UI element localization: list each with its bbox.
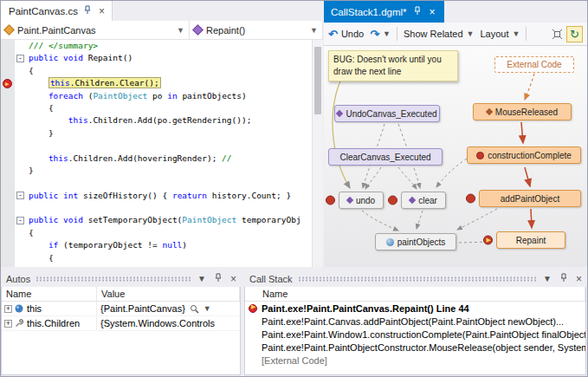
close-icon[interactable]: × (574, 274, 584, 284)
layout-dropdown[interactable]: Layout ▼ (480, 29, 520, 39)
graph-node-Repaint[interactable]: Repaint▶ (496, 231, 565, 249)
graph-node-constructionComplete[interactable]: constructionComplete (467, 146, 581, 164)
code-line[interactable]: { (1, 252, 312, 264)
breakpoint-margin[interactable] (1, 214, 15, 226)
bug-note[interactable]: BUG: Doesn't work until you draw the nex… (328, 50, 458, 81)
current-line-badge-icon[interactable]: ▶ (483, 236, 493, 245)
sync-icon: ↻ (570, 29, 579, 40)
code-line[interactable]: -public void setTemporaryObject(PaintObj… (1, 214, 312, 226)
graph-node-undo[interactable]: undo (339, 192, 384, 209)
scrollbar-thumb[interactable] (314, 47, 321, 114)
code-line[interactable]: this.Children.Add(po.getRendering()); (1, 114, 312, 127)
code-line[interactable]: -public int sizeOfHistory() { reaturn hi… (1, 190, 312, 202)
window-position-icon[interactable]: ▼ (196, 275, 208, 283)
breakpoint-glyph[interactable]: ▶ (1, 77, 15, 89)
column-header-name[interactable]: Name (2, 287, 97, 301)
graph-node-MouseReleased[interactable]: MouseReleased (473, 103, 572, 120)
member-dropdown[interactable]: Repaint() ▼ (190, 21, 323, 39)
breakpoint-margin[interactable] (1, 239, 15, 251)
graph-node-paintObjects[interactable]: paintObjects (375, 233, 456, 250)
drag-grip[interactable] (298, 276, 537, 282)
code-line[interactable]: } (1, 127, 312, 140)
column-header-name[interactable]: Name (245, 287, 585, 301)
close-icon[interactable]: × (428, 7, 437, 17)
breakpoint-badge-icon[interactable] (466, 194, 475, 204)
autos-row[interactable]: +this.Children{System.Windows.Controls (2, 316, 240, 331)
window-position-icon[interactable]: ▼ (541, 275, 553, 283)
close-icon[interactable]: × (229, 274, 238, 284)
close-icon[interactable]: × (97, 6, 107, 16)
breakpoint-margin[interactable] (1, 165, 15, 177)
code-line[interactable]: { (1, 65, 312, 77)
event-dark-icon (486, 108, 493, 115)
frame-icon-margin (245, 354, 262, 367)
fold-collapse-icon[interactable]: - (15, 192, 26, 199)
code-editor-lines[interactable]: /// </summary>-public void Repaint(){▶ t… (1, 40, 312, 267)
code-line[interactable]: ▶ this.Children.Clear(); (1, 77, 312, 89)
breakpoint-margin[interactable] (1, 252, 15, 264)
redo-button[interactable]: ↷ ▼ (370, 29, 391, 40)
pin-icon[interactable] (82, 5, 93, 16)
type-dropdown[interactable]: Paint.PaintCanvas ▼ (1, 21, 190, 39)
pin-icon[interactable] (559, 273, 569, 284)
callstack-row[interactable]: Paint.exe!Paint.Window1.constructionComp… (245, 328, 585, 341)
callstack-row[interactable]: Paint.exe!Paint.Canvas.addPaintObject(Pa… (245, 315, 585, 328)
graph-node-UndoCanvas_Executed[interactable]: UndoCanvas_Executed (334, 105, 440, 122)
breakpoint-margin[interactable] (1, 40, 15, 52)
magnifier-icon[interactable] (190, 304, 199, 314)
breakpoint-margin[interactable] (1, 202, 15, 214)
sync-code-button[interactable]: ↻ (566, 26, 583, 42)
expand-icon[interactable]: + (4, 320, 12, 328)
callstack-title-bar[interactable]: Call Stack ▼ × (244, 270, 586, 287)
callstack-row[interactable]: ▶Paint.exe!Paint.PaintCanvas.Repaint() L… (245, 302, 585, 315)
column-header-value[interactable]: Value (97, 287, 240, 301)
graph-node-external-code[interactable]: External Code (494, 56, 574, 73)
breakpoint-badge-icon[interactable] (388, 196, 397, 205)
expand-icon[interactable]: + (4, 305, 12, 313)
tab-paintcanvas[interactable]: PaintCanvas.cs × (1, 1, 113, 21)
code-line[interactable] (1, 140, 312, 152)
breakpoint-margin[interactable] (1, 227, 15, 239)
callstack-row[interactable]: Paint.exe!Paint.PaintObjectConstructor.M… (245, 341, 585, 354)
autos-title-bar[interactable]: Autos ▼ × (1, 270, 241, 287)
code-line[interactable]: { (1, 227, 312, 239)
graph-node-clear[interactable]: clear (401, 192, 446, 209)
breakpoint-margin[interactable] (1, 65, 15, 77)
code-line[interactable]: { (1, 102, 312, 114)
code-line[interactable]: /// </summary> (1, 40, 312, 52)
graph-canvas[interactable]: BUG: Doesn't work until you draw the nex… (324, 46, 587, 267)
breakpoint-margin[interactable] (1, 102, 15, 114)
pin-icon[interactable] (213, 273, 223, 284)
callstack-row[interactable]: [External Code] (245, 354, 585, 367)
undo-button[interactable]: ↶ Undo (328, 29, 364, 40)
show-related-dropdown[interactable]: Show Related ▼ (404, 29, 474, 39)
pin-icon[interactable] (412, 6, 423, 17)
breakpoint-margin[interactable] (1, 190, 15, 202)
breakpoint-margin[interactable] (1, 114, 15, 127)
breakpoint-margin[interactable] (1, 153, 15, 165)
breakpoint-badge-icon[interactable] (326, 196, 335, 205)
autos-row[interactable]: +this{Paint.PaintCanvas}▼ (2, 302, 240, 316)
variable-value: {System.Windows.Controls (100, 318, 215, 328)
code-line[interactable] (1, 202, 312, 214)
graph-node-ClearCanvas_Executed[interactable]: ClearCanvas_Executed (328, 148, 443, 166)
code-line[interactable] (1, 177, 312, 189)
code-line[interactable]: this.Children.Add(hoveringRender); // (1, 153, 312, 165)
code-line[interactable]: if (temporaryObject != null) (1, 239, 312, 251)
editor-vertical-scrollbar[interactable] (312, 40, 323, 267)
graph-node-addPaintObject[interactable]: addPaintObject (479, 190, 581, 207)
code-line[interactable]: -public void Repaint() (1, 52, 312, 64)
breakpoint-margin[interactable] (1, 52, 15, 64)
code-line[interactable]: foreach (PaintObject po in paintObjects) (1, 90, 312, 102)
fit-to-screen-button[interactable] (552, 29, 563, 40)
tab-callstack-dgml[interactable]: CallStack1.dgml* × (324, 1, 444, 23)
breakpoint-margin[interactable] (1, 140, 15, 152)
fold-collapse-icon[interactable]: - (15, 217, 26, 224)
breakpoint-margin[interactable] (1, 177, 15, 189)
breakpoint-margin[interactable] (1, 127, 15, 140)
code-line[interactable]: } (1, 165, 312, 177)
drag-grip[interactable] (36, 276, 191, 282)
visualizer-dropdown-icon[interactable]: ▼ (204, 304, 211, 313)
breakpoint-margin[interactable] (1, 90, 15, 102)
fold-collapse-icon[interactable]: - (15, 55, 26, 62)
